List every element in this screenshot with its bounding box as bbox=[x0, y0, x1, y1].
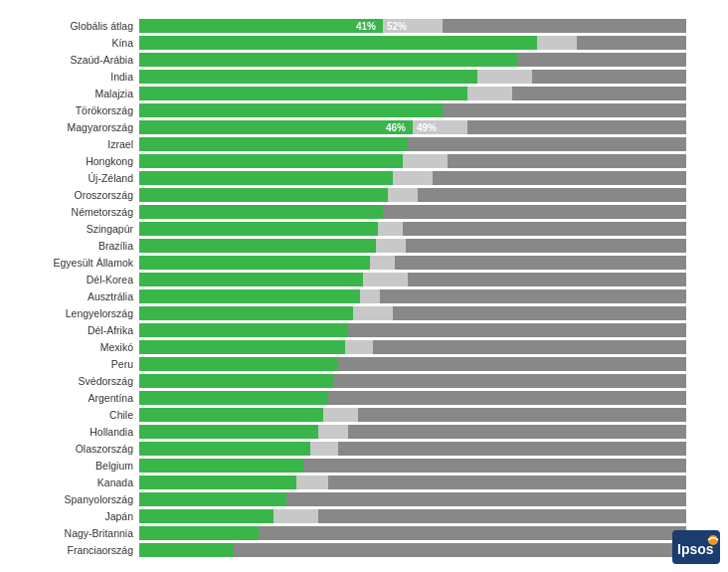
table-row: Izrael bbox=[0, 136, 718, 152]
disagree-bar bbox=[380, 289, 686, 303]
row-bars bbox=[139, 374, 718, 388]
agree-bar bbox=[139, 543, 234, 557]
agree-bar bbox=[139, 70, 477, 84]
disagree-bar bbox=[406, 239, 686, 253]
agree-bar bbox=[139, 87, 467, 100]
row-label: Dél-Afrika bbox=[0, 324, 139, 336]
row-label: Argentína bbox=[0, 392, 139, 404]
row-bars bbox=[139, 492, 718, 506]
neutral-percent: 49% bbox=[417, 122, 437, 133]
table-row: Nagy-Britannia bbox=[0, 525, 718, 541]
row-label: Dél-Korea bbox=[0, 274, 139, 286]
chart-area: Globális átlag41%52%KínaSzaúd-ArábiaIndi… bbox=[0, 18, 718, 558]
agree-bar: 46% bbox=[139, 120, 413, 134]
disagree-bar bbox=[443, 103, 686, 117]
agree-bar bbox=[139, 408, 323, 422]
row-label: Mexikó bbox=[0, 341, 139, 353]
table-row: Hongkong bbox=[0, 153, 718, 169]
neutral-bar bbox=[477, 70, 532, 84]
row-bars bbox=[139, 137, 718, 151]
table-row: Ausztrália bbox=[0, 288, 718, 304]
row-label: India bbox=[0, 71, 139, 83]
disagree-bar bbox=[333, 374, 686, 388]
row-bars bbox=[139, 239, 718, 253]
neutral-bar bbox=[360, 289, 380, 303]
agree-bar bbox=[139, 137, 408, 151]
agree-bar bbox=[139, 391, 328, 405]
row-label: Oroszország bbox=[0, 189, 139, 201]
disagree-bar bbox=[443, 19, 686, 33]
row-label: Magyarország bbox=[0, 121, 139, 133]
neutral-bar bbox=[363, 273, 408, 286]
table-row: Egyesült Államok bbox=[0, 255, 718, 271]
row-bars: 41%52% bbox=[139, 19, 718, 33]
row-label: Globális átlag bbox=[0, 20, 139, 32]
neutral-bar bbox=[467, 87, 512, 100]
agree-bar bbox=[139, 154, 403, 168]
row-label: Japán bbox=[0, 510, 139, 522]
table-row: Japán bbox=[0, 508, 718, 524]
agree-bar bbox=[139, 340, 345, 354]
table-row: Szingapúr bbox=[0, 221, 718, 237]
neutral-bar bbox=[273, 509, 318, 523]
row-bars bbox=[139, 171, 718, 185]
row-bars bbox=[139, 70, 718, 84]
table-row: Franciaország bbox=[0, 542, 718, 558]
neutral-bar bbox=[376, 239, 406, 253]
row-bars bbox=[139, 425, 718, 439]
disagree-bar bbox=[577, 36, 686, 50]
row-bars bbox=[139, 408, 718, 422]
disagree-bar bbox=[408, 137, 686, 151]
disagree-bar bbox=[393, 306, 686, 320]
table-row: Törökország bbox=[0, 102, 718, 118]
row-label: Belgium bbox=[0, 460, 139, 472]
agree-bar bbox=[139, 188, 388, 202]
disagree-bar bbox=[318, 509, 686, 523]
row-bars bbox=[139, 526, 718, 540]
agree-percent: 46% bbox=[383, 122, 409, 133]
agree-bar bbox=[139, 323, 348, 337]
row-label: Nagy-Britannia bbox=[0, 527, 139, 539]
table-row: Svédország bbox=[0, 373, 718, 389]
agree-bar bbox=[139, 476, 296, 489]
row-label: Kína bbox=[0, 37, 139, 49]
row-label: Franciaország bbox=[0, 544, 139, 556]
row-label: Svédország bbox=[0, 375, 139, 387]
disagree-bar bbox=[348, 323, 686, 337]
row-bars bbox=[139, 509, 718, 523]
agree-bar bbox=[139, 509, 273, 523]
row-bars bbox=[139, 306, 718, 320]
svg-text:Ipsos: Ipsos bbox=[677, 541, 714, 557]
agree-bar bbox=[139, 256, 370, 270]
row-label: Szingapúr bbox=[0, 223, 139, 235]
agree-bar bbox=[139, 425, 318, 439]
row-label: Egyesült Államok bbox=[0, 257, 139, 269]
row-label: Olaszország bbox=[0, 443, 139, 455]
svg-point-2 bbox=[708, 535, 718, 545]
agree-bar bbox=[139, 36, 537, 50]
disagree-bar bbox=[328, 391, 686, 405]
row-bars bbox=[139, 357, 718, 371]
row-bars bbox=[139, 188, 718, 202]
disagree-bar bbox=[517, 53, 686, 67]
disagree-bar bbox=[395, 256, 686, 270]
disagree-bar bbox=[234, 543, 686, 557]
table-row: Globális átlag41%52% bbox=[0, 18, 718, 34]
agree-bar bbox=[139, 442, 310, 456]
row-bars bbox=[139, 273, 718, 286]
row-label: Kanada bbox=[0, 477, 139, 488]
row-bars bbox=[139, 340, 718, 354]
table-row: Németország bbox=[0, 204, 718, 220]
neutral-bar bbox=[370, 256, 395, 270]
table-row: Oroszország bbox=[0, 187, 718, 203]
neutral-bar bbox=[310, 442, 338, 456]
row-label: Hollandia bbox=[0, 426, 139, 438]
disagree-bar bbox=[373, 340, 686, 354]
table-row: Mexikó bbox=[0, 339, 718, 355]
agree-percent: 41% bbox=[353, 21, 379, 32]
table-row: Argentína bbox=[0, 390, 718, 406]
row-bars bbox=[139, 476, 718, 489]
table-row: Dél-Afrika bbox=[0, 322, 718, 338]
disagree-bar bbox=[358, 408, 686, 422]
disagree-bar bbox=[403, 222, 686, 236]
